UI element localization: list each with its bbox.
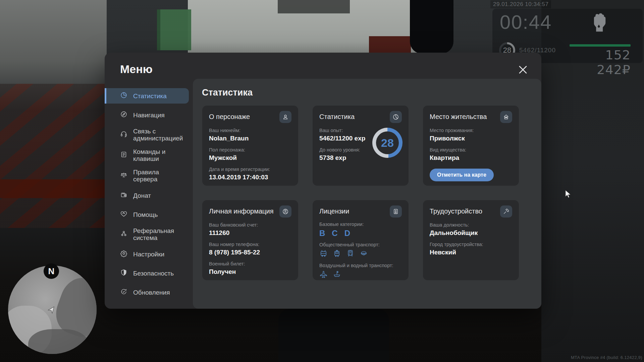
id-card-icon [390,205,402,218]
sidebar-item-statistics[interactable]: Статистика [105,88,189,104]
field-value: Квартира [430,154,512,162]
field-label: Ваш никнейм: [209,127,291,133]
sidebar-item-admin-contact[interactable]: Связь с администрацией [105,126,193,143]
card-job: Трудоустройство Ваша должность:Дальнобой… [423,200,519,280]
license-categories: B C D [319,229,402,238]
card-title: Место жительства [430,113,487,121]
person-circle-icon [279,205,291,218]
card-personal-info: Личная информация Ваш банковский счет:11… [202,200,298,280]
field-label: Военный билет: [209,261,291,267]
field-label: Дата и время регистрации: [209,166,291,172]
game-screen: 29.01.2026 10:34:57 00:44 28 5462/11200 … [0,0,644,362]
sidebar-item-label: Команды и клавиши [133,148,184,162]
sidebar-item-updates[interactable]: Обновления [105,285,193,300]
player-marker-icon [48,305,56,315]
field-label: Город трудоустройства: [430,241,512,247]
network-icon [120,230,127,239]
sidebar-item-label: Навигация [133,112,165,119]
sidebar-item-label: Настройки [133,251,164,258]
person-icon [279,111,291,123]
field-label: Место проживания: [430,127,512,133]
compass-north-icon: N [44,263,59,279]
scene-staircase [0,84,106,228]
gear-icon [120,250,127,258]
sidebar-item-server-rules[interactable]: Правила сервера [105,167,193,184]
card-title: О персонаже [209,113,250,121]
sidebar-item-security[interactable]: Безопасность [105,265,193,281]
content-title: Статистика [202,87,253,98]
field-value: Невский [430,248,512,256]
sidebar-item-label: Обновления [133,289,170,296]
hud-fist-wrap [570,12,631,34]
card-licenses: Лицензии Базовые категории: B C D Общест… [313,200,409,280]
scales-icon [120,171,127,180]
wallet-icon [120,191,127,200]
hud-money-bar [570,44,631,47]
card-residence: Место жительства Место проживания:Привол… [423,106,519,186]
scene-npc-silhouette [410,0,453,54]
shield-icon [120,269,127,278]
card-title: Трудоустройство [430,207,482,215]
exp-ring: 28 [372,128,402,158]
category-letter: C [332,229,337,238]
field-label: Ваш номер телефона: [209,241,291,247]
sidebar-item-label: Связь с администрацией [133,128,184,142]
category-letter: B [319,229,325,238]
tram-icon [333,249,341,259]
menu-title: Меню [120,63,153,76]
headset-icon [120,130,127,139]
field-value: 13.04.2019 17:40:03 [209,173,291,181]
scene-green-cabinet [157,9,191,50]
hammer-icon [500,205,512,218]
scene-player-silhouette [278,309,389,362]
field-value: Приволжск [430,134,512,142]
metro-icon [346,249,355,259]
menu-sidebar: Статистика Навигация Связь с администрац… [105,88,193,304]
card-title: Личная информация [209,207,274,215]
server-build-watermark: MTA Province #4 (build: 6.12422,9) [571,355,642,360]
mouse-cursor [565,190,572,200]
field-label: Вид имущества: [430,147,512,153]
card-stats: Статистика Ваш опыт:5462/11200 exp До но… [313,106,409,186]
scene-ceiling-patch [278,0,350,13]
sidebar-item-navigation[interactable]: Навигация [105,107,193,123]
pie-chart-icon [120,92,127,100]
field-value: 111260 [209,229,291,237]
menu-modal: Меню Статистика Навигация Связь с админи… [105,53,541,309]
pie-chart-icon [390,111,402,123]
close-button[interactable] [518,65,528,75]
sidebar-item-help[interactable]: Помощь [105,207,193,222]
air-water-icons [319,270,402,280]
category-letter: D [344,229,350,238]
stats-cards-grid: О персонаже Ваш никнейм:Nolan_Braun Пол … [202,106,519,280]
list-icon [120,151,127,160]
plane-icon [319,270,328,280]
field-label: Ваша должность: [430,222,512,228]
sidebar-item-settings[interactable]: Настройки [105,246,193,262]
sidebar-item-label: Помощь [133,211,158,218]
sidebar-item-donate[interactable]: Донат [105,188,193,203]
house-icon [500,111,512,123]
sidebar-item-label: Статистика [133,93,167,100]
compass-icon [120,111,127,119]
heart-handshake-icon [120,210,127,219]
public-transport-icons [319,249,402,259]
card-title: Статистика [319,113,355,121]
hud-datetime: 29.01.2026 10:34:57 [490,0,551,8]
field-label: Пол персонажа: [209,147,291,153]
captain-cap-icon [360,249,368,259]
sidebar-item-commands[interactable]: Команды и клавиши [105,147,193,164]
sidebar-item-label: Донат [133,192,151,199]
hud-timer: 00:44 [500,11,552,33]
sidebar-item-label: Реферальная система [133,227,184,241]
field-value: Получен [209,268,291,276]
exp-ring-level: 28 [372,128,402,158]
sidebar-item-referral[interactable]: Реферальная система [105,226,193,243]
trolleybus-icon [319,249,328,259]
hud-money-value: 152 242₽ [570,48,631,77]
field-value: Nolan_Braun [209,134,291,142]
categories-label: Базовые категории: [319,222,402,227]
mark-on-map-button[interactable]: Отметить на карте [430,169,494,181]
sidebar-item-label: Правила сервера [133,169,184,183]
field-value: Мужской [209,154,291,162]
